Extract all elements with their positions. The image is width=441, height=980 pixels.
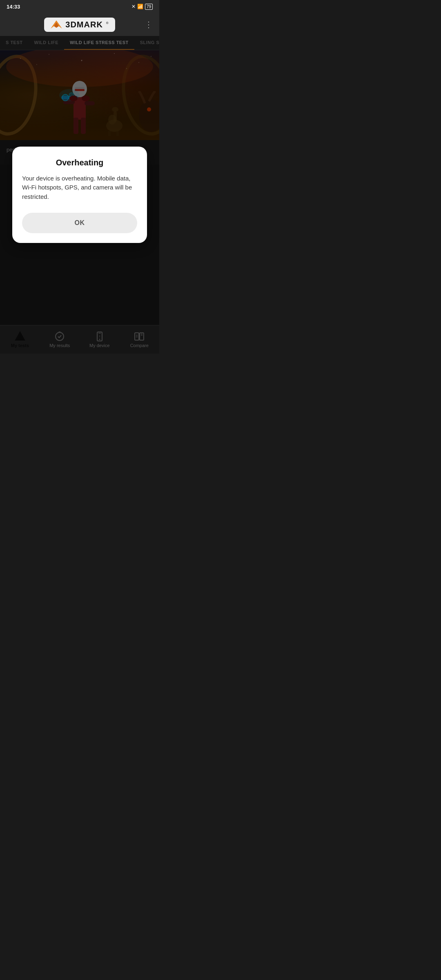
- battery-icon: 79: [145, 4, 153, 10]
- logo-container: 3DMARK ®: [44, 18, 115, 32]
- status-time: 14:33: [7, 4, 20, 10]
- app-header: 3DMARK ® ⋮: [0, 13, 159, 36]
- logo-text: 3DMARK: [65, 20, 103, 29]
- dialog-message: Your device is overheating. Mobile data,…: [22, 174, 137, 202]
- dialog-ok-button[interactable]: OK: [22, 213, 137, 233]
- dialog-title: Overheating: [22, 158, 137, 167]
- overheating-dialog: Overheating Your device is overheating. …: [12, 147, 147, 243]
- dialog-overlay: Overheating Your device is overheating. …: [0, 36, 159, 354]
- sim-icon: ✕: [131, 4, 136, 9]
- wifi-icon: 📶: [137, 4, 143, 9]
- menu-button[interactable]: ⋮: [145, 20, 153, 29]
- status-bar: 14:33 ✕ 📶 79: [0, 0, 159, 13]
- status-icons: ✕ 📶 79: [131, 4, 153, 10]
- 3dmark-logo-arrow: [51, 20, 62, 29]
